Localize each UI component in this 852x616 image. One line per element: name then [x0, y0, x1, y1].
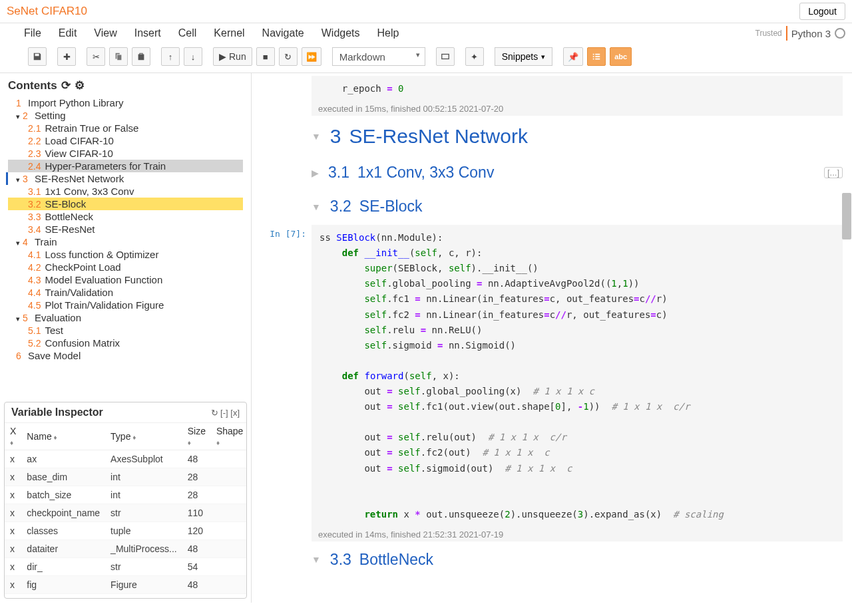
- var-row[interactable]: xaxAxesSubplot48: [5, 450, 246, 468]
- toc-item[interactable]: 6Save Model: [8, 349, 243, 362]
- code-cell[interactable]: r_epoch = 0 executed in 15ms, finished 0…: [261, 76, 843, 116]
- menu-navigate[interactable]: Navigate: [262, 27, 304, 39]
- notebook-title[interactable]: SeNet CIFAR10: [7, 5, 87, 18]
- toc-caret-icon[interactable]: ▾: [16, 176, 20, 184]
- var-row[interactable]: xdir_str54: [5, 558, 246, 576]
- toc-item[interactable]: 2.4Hyper-Parameters for Train: [8, 160, 243, 172]
- run-button[interactable]: ▶Run: [213, 47, 252, 66]
- toc-item[interactable]: 3.2SE-Block: [8, 198, 243, 210]
- toc-caret-icon[interactable]: ▾: [16, 315, 20, 323]
- toc-toggle-button[interactable]: [587, 47, 606, 66]
- toc-item[interactable]: 5.2Confusion Matrix: [8, 337, 243, 349]
- menu-cell[interactable]: Cell: [178, 27, 197, 39]
- toc-item[interactable]: 4.5Plot Train/Validation Figure: [8, 299, 243, 311]
- heading-3-3[interactable]: BottleNeck: [359, 551, 433, 568]
- var-inspector-toggle-button[interactable]: abc: [610, 47, 632, 66]
- move-down-button[interactable]: ↓: [184, 47, 202, 66]
- heading-3-2[interactable]: SE-Block: [359, 198, 423, 215]
- markdown-cell[interactable]: ▼ 3.3BottleNeck: [261, 544, 843, 575]
- cell-type-dropdown[interactable]: Markdown: [332, 47, 425, 66]
- logout-button[interactable]: Logout: [799, 3, 845, 20]
- toc-item[interactable]: 4.2CheckPoint Load: [8, 261, 243, 273]
- var-row[interactable]: xfigFigure48: [5, 576, 246, 594]
- toc-list: 1Import Python Library▾2Setting2.1Retrai…: [8, 96, 243, 362]
- toc-caret-icon[interactable]: ▾: [16, 112, 20, 121]
- toc-num: 5.2: [28, 338, 41, 349]
- collapsed-indicator[interactable]: [...]: [824, 167, 843, 178]
- toc-refresh-icon[interactable]: ⟳: [61, 78, 71, 92]
- code-input[interactable]: r_epoch = 0: [312, 76, 843, 102]
- var-col-header[interactable]: Type: [105, 423, 182, 450]
- cut-button[interactable]: ✂: [87, 47, 105, 66]
- var-inspector-actions[interactable]: ↻ [-] [x]: [211, 408, 240, 418]
- var-row[interactable]: xclassestuple120: [5, 522, 246, 540]
- heading-3-1[interactable]: 1x1 Conv, 3x3 Conv: [357, 164, 494, 181]
- code-cell[interactable]: In [7]: ss SEBlock(nn.Module): def __ini…: [261, 225, 843, 541]
- toc-item[interactable]: ▾3SE-ResNet Network: [6, 172, 243, 185]
- toc-num: 6: [16, 351, 24, 361]
- menu-kernel[interactable]: Kernel: [214, 27, 244, 39]
- menu-help[interactable]: Help: [377, 27, 399, 39]
- toc-item[interactable]: ▾2Setting: [8, 109, 243, 122]
- scrollbar[interactable]: [841, 73, 852, 603]
- var-inspector-header: Variable Inspector ↻ [-] [x]: [5, 402, 246, 423]
- move-up-button[interactable]: ↑: [161, 47, 180, 66]
- toc-item[interactable]: 4.1Loss function & Optimizer: [8, 248, 243, 261]
- markdown-cell[interactable]: ▼ 3SE-ResNet Network: [261, 118, 843, 154]
- menu-insert[interactable]: Insert: [134, 27, 161, 39]
- toc-item[interactable]: 3.3BottleNeck: [8, 210, 243, 223]
- menu-edit[interactable]: Edit: [59, 27, 77, 39]
- toc-item[interactable]: ▾4Train: [8, 235, 243, 248]
- paste-button[interactable]: [132, 47, 150, 66]
- notebook-area[interactable]: r_epoch = 0 executed in 15ms, finished 0…: [252, 73, 852, 603]
- snippets-dropdown[interactable]: Snippets: [495, 47, 552, 66]
- pin-button[interactable]: 📌: [563, 47, 583, 66]
- add-cell-button[interactable]: ✚: [57, 47, 76, 66]
- toc-item[interactable]: 4.3Model Evaluation Function: [8, 273, 243, 286]
- toc-item[interactable]: ▾5Evaluation: [8, 311, 243, 324]
- toc-item[interactable]: 4.4Train/Validation: [8, 286, 243, 299]
- kernel-status: Trusted Python 3: [755, 26, 845, 41]
- var-col-header[interactable]: Name: [21, 423, 105, 450]
- var-col-header[interactable]: X: [5, 423, 21, 450]
- scroll-thumb[interactable]: [842, 193, 851, 239]
- collapse-caret-icon[interactable]: ▼: [312, 554, 321, 565]
- var-col-header[interactable]: Shape: [211, 423, 246, 450]
- var-row[interactable]: xbase_dimint28: [5, 468, 246, 486]
- menu-widgets[interactable]: Widgets: [321, 27, 360, 39]
- toc-item[interactable]: 5.1Test: [8, 324, 243, 337]
- collapse-caret-icon[interactable]: ▼: [312, 202, 321, 212]
- var-inspector-table[interactable]: XNameTypeSizeShape xaxAxesSubplot48xbase…: [5, 423, 246, 598]
- code-input[interactable]: ss SEBlock(nn.Module): def __init__(self…: [312, 225, 843, 528]
- var-row[interactable]: xdataiter_MultiProcess...48: [5, 540, 246, 558]
- toc-label: Save Model: [28, 350, 81, 361]
- save-button[interactable]: [28, 47, 47, 66]
- toc-item[interactable]: 3.4SE-ResNet: [8, 223, 243, 235]
- kernel-indicator-icon[interactable]: [835, 28, 845, 39]
- toc-label: Evaluation: [35, 312, 81, 323]
- nbextension-button[interactable]: ✦: [465, 47, 484, 66]
- collapse-caret-icon[interactable]: ▼: [312, 131, 321, 142]
- toc-item[interactable]: 2.3View CIFAR-10: [8, 147, 243, 160]
- toc-item[interactable]: 2.2Load CIFAR-10: [8, 134, 243, 147]
- toc-item[interactable]: 3.11x1 Conv, 3x3 Conv: [8, 185, 243, 198]
- restart-button[interactable]: ↻: [279, 47, 298, 66]
- var-col-header[interactable]: Size: [182, 423, 211, 450]
- var-row[interactable]: xbatch_sizeint28: [5, 486, 246, 504]
- menu-view[interactable]: View: [94, 27, 116, 39]
- markdown-cell[interactable]: ▼ 3.2SE-Block: [261, 191, 843, 222]
- command-palette-button[interactable]: [436, 47, 455, 66]
- toc-item[interactable]: 2.1Retrain True or False: [8, 122, 243, 134]
- copy-button[interactable]: [109, 47, 128, 66]
- markdown-cell[interactable]: ▶ 3.11x1 Conv, 3x3 Conv [...]: [261, 157, 843, 188]
- toc-caret-icon[interactable]: ▾: [16, 239, 20, 247]
- var-row[interactable]: xcheckpoint_namestr110: [5, 504, 246, 522]
- menu-file[interactable]: File: [24, 27, 41, 39]
- collapse-caret-icon[interactable]: ▶: [312, 168, 319, 178]
- kernel-name[interactable]: Python 3: [791, 28, 831, 39]
- heading-3[interactable]: SE-ResNet Network: [349, 125, 528, 147]
- restart-run-all-button[interactable]: ⏩: [302, 47, 321, 66]
- toc-item[interactable]: 1Import Python Library: [8, 96, 243, 109]
- toc-settings-icon[interactable]: ⚙: [75, 78, 85, 92]
- stop-button[interactable]: ■: [256, 47, 275, 66]
